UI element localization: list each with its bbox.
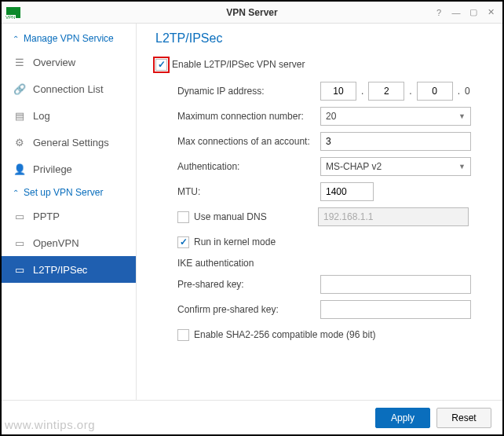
help-icon[interactable]: ? bbox=[432, 6, 446, 19]
chevron-up-icon: ⌃ bbox=[13, 35, 19, 43]
pptp-icon: ▭ bbox=[13, 210, 27, 222]
sidebar-item-openvpn[interactable]: ▭ OpenVPN bbox=[2, 229, 136, 256]
kernel-mode-checkbox[interactable] bbox=[177, 236, 189, 248]
titlebar: VPN Server ? — ▢ ✕ bbox=[2, 2, 502, 24]
sidebar-item-privilege[interactable]: 👤 Privilege bbox=[2, 156, 136, 182]
section-label: Manage VPN Service bbox=[24, 33, 114, 44]
max-conn-value: 20 bbox=[326, 111, 336, 122]
max-conn-select[interactable]: 20 ▼ bbox=[320, 107, 471, 126]
enable-checkbox[interactable] bbox=[155, 59, 167, 71]
ip-dot: . bbox=[453, 86, 465, 97]
section-label: Set up VPN Server bbox=[24, 187, 103, 198]
sidebar-item-label: PPTP bbox=[33, 211, 60, 222]
app-icon bbox=[6, 7, 20, 18]
sidebar-item-label: Log bbox=[33, 110, 50, 122]
manual-dns-label: Use manual DNS bbox=[194, 211, 318, 222]
kernel-mode-label: Run in kernel mode bbox=[194, 236, 276, 247]
psk-confirm-input[interactable] bbox=[320, 300, 471, 319]
sha2-label: Enable SHA2-256 compatible mode (96 bit) bbox=[194, 329, 375, 340]
gear-icon: ⚙ bbox=[13, 136, 27, 148]
ike-auth-label: IKE authentication bbox=[155, 258, 484, 269]
user-icon: 👤 bbox=[13, 163, 27, 175]
sidebar-item-label: OpenVPN bbox=[33, 237, 79, 249]
psk-input[interactable] bbox=[320, 275, 471, 294]
ip-dot: . bbox=[356, 86, 368, 97]
chevron-up-icon: ⌃ bbox=[13, 189, 19, 197]
close-icon[interactable]: ✕ bbox=[484, 6, 498, 19]
window-title: VPN Server bbox=[226, 7, 277, 18]
max-acct-input[interactable] bbox=[320, 132, 471, 151]
sidebar-item-connection-list[interactable]: 🔗 Connection List bbox=[2, 75, 136, 102]
sha2-checkbox[interactable] bbox=[177, 329, 189, 341]
footer: Apply Reset bbox=[2, 400, 502, 434]
main-panel: L2TP/IPSec Enable L2TP/IPSec VPN server … bbox=[137, 24, 502, 400]
reset-button[interactable]: Reset bbox=[436, 408, 491, 428]
minimize-icon[interactable]: — bbox=[449, 6, 463, 19]
sidebar-item-general-settings[interactable]: ⚙ General Settings bbox=[2, 129, 136, 156]
ip-octet-2[interactable] bbox=[368, 82, 404, 101]
mtu-input[interactable] bbox=[320, 182, 374, 201]
connection-icon: 🔗 bbox=[13, 82, 27, 95]
ip-octet-4: 0 bbox=[465, 86, 470, 97]
sidebar: ⌃ Manage VPN Service ☰ Overview 🔗 Connec… bbox=[2, 24, 137, 400]
auth-label: Authentication: bbox=[177, 161, 320, 172]
apply-button[interactable]: Apply bbox=[375, 408, 430, 428]
chevron-down-icon: ▼ bbox=[458, 163, 466, 170]
enable-label: Enable L2TP/IPSec VPN server bbox=[172, 59, 305, 70]
sidebar-item-label: Connection List bbox=[33, 83, 104, 95]
ip-dot: . bbox=[404, 86, 416, 97]
sidebar-item-l2tp-ipsec[interactable]: ▭ L2TP/IPSec bbox=[2, 256, 136, 283]
max-acct-label: Max connections of an account: bbox=[177, 136, 320, 147]
max-conn-label: Maximum connection number: bbox=[177, 111, 320, 122]
dynamic-ip-label: Dynamic IP address: bbox=[177, 86, 320, 97]
openvpn-icon: ▭ bbox=[13, 236, 27, 249]
page-title: L2TP/IPSec bbox=[155, 31, 484, 46]
mtu-label: MTU: bbox=[177, 186, 320, 197]
maximize-icon[interactable]: ▢ bbox=[466, 6, 480, 19]
psk-confirm-label: Confirm pre-shared key: bbox=[177, 304, 320, 315]
sidebar-item-label: Privilege bbox=[33, 163, 72, 175]
manual-dns-input bbox=[318, 207, 469, 226]
l2tp-icon: ▭ bbox=[13, 263, 27, 276]
ip-octet-1[interactable] bbox=[320, 82, 356, 101]
sidebar-item-overview[interactable]: ☰ Overview bbox=[2, 49, 136, 75]
auth-select[interactable]: MS-CHAP v2 ▼ bbox=[320, 157, 471, 176]
sidebar-item-pptp[interactable]: ▭ PPTP bbox=[2, 203, 136, 229]
sidebar-item-label: General Settings bbox=[33, 137, 109, 148]
section-manage[interactable]: ⌃ Manage VPN Service bbox=[2, 28, 136, 49]
log-icon: ▤ bbox=[13, 109, 27, 122]
auth-value: MS-CHAP v2 bbox=[326, 161, 382, 172]
section-setup[interactable]: ⌃ Set up VPN Server bbox=[2, 182, 136, 203]
chevron-down-icon: ▼ bbox=[458, 112, 466, 120]
sidebar-item-label: L2TP/IPSec bbox=[33, 264, 87, 276]
overview-icon: ☰ bbox=[13, 56, 27, 68]
ip-octet-3[interactable] bbox=[417, 82, 453, 101]
sidebar-item-log[interactable]: ▤ Log bbox=[2, 102, 136, 129]
sidebar-item-label: Overview bbox=[33, 57, 75, 68]
manual-dns-checkbox[interactable] bbox=[177, 211, 189, 223]
psk-label: Pre-shared key: bbox=[177, 279, 320, 290]
